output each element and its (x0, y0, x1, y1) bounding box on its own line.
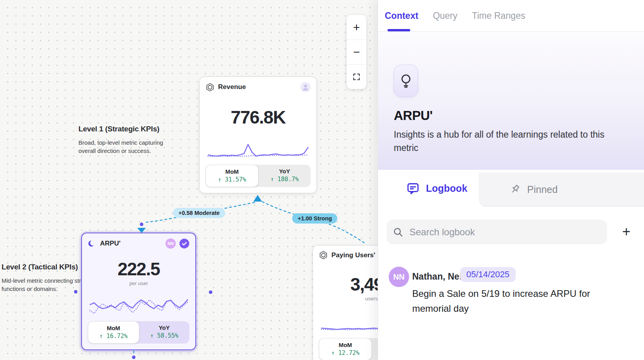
level-1-annotation: Level 1 (Strategic KPIs) Broad, top-leve… (78, 125, 176, 155)
correlation-label-moderate: +0.58 Moderate (173, 208, 225, 218)
connection-handle-bottom[interactable] (132, 356, 136, 359)
connection-handle-top[interactable] (140, 223, 144, 226)
yoy-label: YoY (139, 324, 190, 331)
tab-time-ranges[interactable]: Time Ranges (472, 11, 525, 21)
logbook-searchbox[interactable] (387, 220, 607, 244)
metric-unit: users (365, 296, 378, 302)
hexagon-metric-icon (319, 251, 328, 260)
mom-stat[interactable]: MoM ↑ 16.72% (88, 321, 139, 344)
mom-label: MoM (88, 325, 139, 331)
mom-value: ↑ 12.72% (319, 349, 371, 356)
owner-avatar-icon (300, 82, 311, 92)
lightbulb-icon (398, 73, 413, 89)
canvas-zoom-controls: + − (347, 15, 366, 89)
metric-unit: per user (129, 280, 148, 286)
mom-stat[interactable]: MoM ↑ 31.57% (206, 165, 258, 187)
metric-card-arpu[interactable]: ARPU' NN 222.5 per user MoM ↑ 16.72% YoY (81, 233, 196, 350)
panel-tab-bar: Context Query Time Ranges (378, 0, 644, 32)
logbook-label: Logbook (426, 183, 468, 194)
metric-title: ARPU' (394, 108, 433, 123)
hexagon-metric-icon (206, 83, 215, 92)
sparkline-chart (206, 142, 310, 161)
yoy-value: ↑ 58.55% (139, 332, 190, 339)
logbook-toolbar: + (378, 220, 644, 244)
logbook-chat-icon (406, 182, 420, 195)
zoom-out-button[interactable]: − (347, 40, 366, 64)
mom-label: MoM (319, 342, 371, 348)
verified-badge-icon (179, 238, 189, 249)
arrowhead-into-revenue (253, 195, 262, 202)
metric-value: 776.8K (231, 107, 285, 128)
yoy-value: ↑ 180.7% (258, 176, 311, 183)
mom-value: ↑ 31.57% (206, 176, 258, 183)
tab-query[interactable]: Query (433, 11, 458, 21)
level-1-description: Broad, top-level metric capturing overal… (78, 138, 176, 155)
connection-handle-right[interactable] (209, 291, 213, 294)
collaborator-badge: NN (166, 238, 176, 249)
search-icon (392, 226, 404, 238)
tab-pinned[interactable]: Pinned (479, 173, 644, 207)
card-title: ARPU' (100, 240, 120, 247)
mom-value: ↑ 16.72% (88, 333, 139, 340)
card-title: Paying Users' (331, 251, 375, 259)
metric-value: 222.5 (118, 258, 160, 280)
pushpin-icon (509, 184, 521, 195)
sparkline-chart (88, 296, 189, 317)
insights-icon-tile (394, 65, 418, 97)
level-1-title: Level 1 (Strategic KPIs) (78, 125, 176, 133)
metric-detail-panel: Context Query Time Ranges ARPU' Insights… (378, 0, 644, 360)
author-avatar: NN (389, 267, 409, 287)
logbook-pinned-tabs: Logbook Pinned (378, 170, 644, 207)
search-input[interactable] (409, 227, 607, 238)
add-log-entry-button[interactable]: + (617, 222, 636, 242)
crescent-moon-icon (88, 239, 96, 248)
zoom-in-button[interactable]: + (347, 15, 366, 40)
mom-stat[interactable]: MoM ↑ 12.72% (319, 338, 372, 360)
correlation-label-strong: +1.00 Strong (292, 213, 337, 224)
fit-view-icon (352, 73, 361, 81)
tab-context[interactable]: Context (385, 11, 418, 21)
metric-tree-canvas[interactable]: Level 1 (Strategic KPIs) Broad, top-leve… (0, 0, 378, 360)
fit-view-button[interactable] (347, 64, 366, 89)
yoy-label: YoY (258, 168, 311, 175)
card-title: Revenue (218, 83, 246, 91)
pinned-label: Pinned (527, 184, 558, 195)
entry-date-badge: 05/14/2025 (460, 267, 516, 282)
metric-description: Insights is a hub for all of the learnin… (394, 128, 615, 155)
yoy-stat[interactable]: YoY ↑ 58.55% (139, 321, 190, 344)
yoy-stat[interactable]: YoY ↑ 180.7% (258, 165, 311, 187)
metric-hero: ARPU' Insights is a hub for all of the l… (378, 32, 644, 170)
tab-logbook[interactable]: Logbook (378, 170, 479, 207)
mom-label: MoM (206, 168, 258, 175)
entry-text: Begin a Sale on 5/19 to increase ARPU fo… (412, 286, 600, 316)
metric-card-revenue[interactable]: Revenue 776.8K MoM ↑ 31.57% YoY ↑ 180.7% (199, 76, 317, 193)
active-tab-underline (387, 29, 410, 31)
